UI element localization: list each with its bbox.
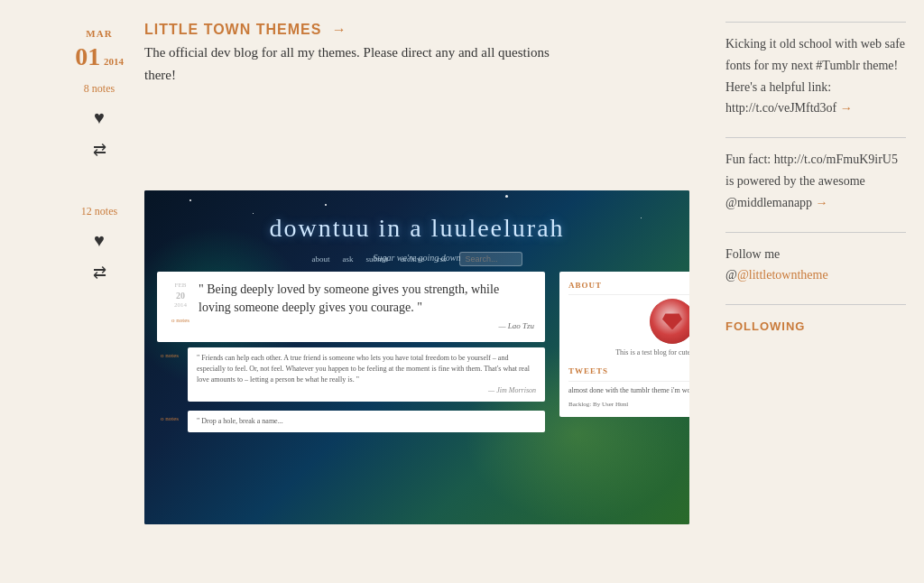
post1-month: MAR — [86, 28, 112, 39]
sidebar-follow-label: Follow me — [725, 244, 906, 265]
sidebar-block1-arrow[interactable]: → — [840, 101, 853, 115]
sidebar-handle-link[interactable]: @littletowntheme — [737, 268, 828, 282]
sidebar-block2: Fun fact: http://t.co/mFmuK9irU5 is powe… — [725, 137, 906, 213]
heart-icon[interactable]: ♥ — [72, 103, 126, 132]
post1-content: LITTLE TOWN THEMES → The official dev bl… — [144, 18, 689, 163]
preview-big-quote: " Being deeply loved by someone gives yo… — [199, 281, 534, 316]
post1-notes: 8 notes — [72, 80, 126, 97]
blog-preview: downtuu in a luuleelurah Sugar we're goi… — [144, 190, 689, 524]
sidebar-block3: Follow me @@littletowntheme — [725, 232, 906, 287]
preview-quote-post: FEB 20 2014 o notes " Being deeply loved… — [157, 272, 545, 342]
sidebar-block2-arrow[interactable]: → — [816, 196, 828, 209]
post1-year: 2014 — [104, 56, 124, 67]
sidebar-follow-handle: @@littletowntheme — [725, 264, 906, 286]
preview-nav: about ask submit archive rss — [144, 252, 689, 266]
preview-backlog: Backlog: By User Html — [568, 400, 689, 410]
preview-nav-rss[interactable]: rss — [437, 253, 446, 265]
preview-search-input[interactable] — [459, 252, 522, 266]
post2-heart-icon[interactable]: ♥ — [72, 226, 126, 254]
post2-date-col: 12 notes ♥ ⇄ — [72, 190, 126, 524]
preview-blog-title: downtuu in a luuleelurah — [144, 208, 689, 249]
preview-post-day: 20 — [168, 291, 193, 301]
preview-posts-area: FEB 20 2014 o notes " Being deeply loved… — [157, 272, 545, 438]
preview-sidebar: ABOUT This is a test blog for cutesiness… — [559, 272, 689, 417]
following-label: FOLLOWING — [725, 319, 805, 333]
sidebar-block4: FOLLOWING — [725, 304, 906, 338]
preview-nav-submit[interactable]: submit — [365, 253, 388, 265]
preview-post-month: FEB — [168, 281, 193, 291]
reblog-icon[interactable]: ⇄ — [72, 137, 126, 163]
sidebar-block1: Kicking it old school with web safe font… — [725, 22, 906, 119]
post1-day: 01 — [75, 42, 100, 70]
post2-notes: 12 notes — [72, 203, 126, 220]
preview-nav-ask[interactable]: ask — [342, 253, 353, 265]
preview-nav-archive[interactable]: archive — [401, 253, 424, 265]
preview-post-year: 2014 — [168, 301, 193, 310]
right-sidebar: Kicking it old school with web safe font… — [725, 18, 906, 524]
post1-body: The official dev blog for all my themes.… — [144, 42, 689, 88]
preview-notes1: o notes — [168, 316, 193, 326]
preview-drop-post: " Drop a hole, break a name... — [188, 411, 545, 432]
preview-tweets-label: TWEETS — [568, 365, 689, 381]
preview-sidebar-about-text: This is a test blog for cutesiness.tumbl… — [568, 347, 689, 359]
blog-preview-inner: downtuu in a luuleelurah Sugar we're goi… — [144, 190, 689, 524]
post2-reblog-icon[interactable]: ⇄ — [72, 260, 126, 286]
page-wrapper: MAR 01 2014 8 notes ♥ ⇄ LITTLE TOWN THEM… — [0, 0, 924, 542]
preview-nav-about[interactable]: about — [311, 253, 329, 265]
preview-avatar — [650, 299, 689, 344]
preview-about-label: ABOUT — [568, 279, 689, 295]
preview-notes3: o notes — [157, 414, 182, 424]
post1-date-col: MAR 01 2014 8 notes ♥ ⇄ — [72, 18, 126, 163]
sidebar-block2-text: Fun fact: http://t.co/mFmuK9irU5 is powe… — [725, 149, 906, 213]
preview-small-post: " Friends can help each other. A true fr… — [188, 347, 545, 402]
post2-content: downtuu in a luuleelurah Sugar we're goi… — [144, 190, 689, 524]
preview-notes2: o notes — [157, 351, 182, 361]
preview-tweet-text: almost done with the tumblr theme i'm wo… — [568, 385, 689, 396]
post1-title[interactable]: LITTLE TOWN THEMES → — [144, 22, 347, 37]
preview-quote-attrib: — Lao Tzu — [199, 319, 534, 332]
sidebar-block1-text: Kicking it old school with web safe font… — [725, 33, 906, 119]
